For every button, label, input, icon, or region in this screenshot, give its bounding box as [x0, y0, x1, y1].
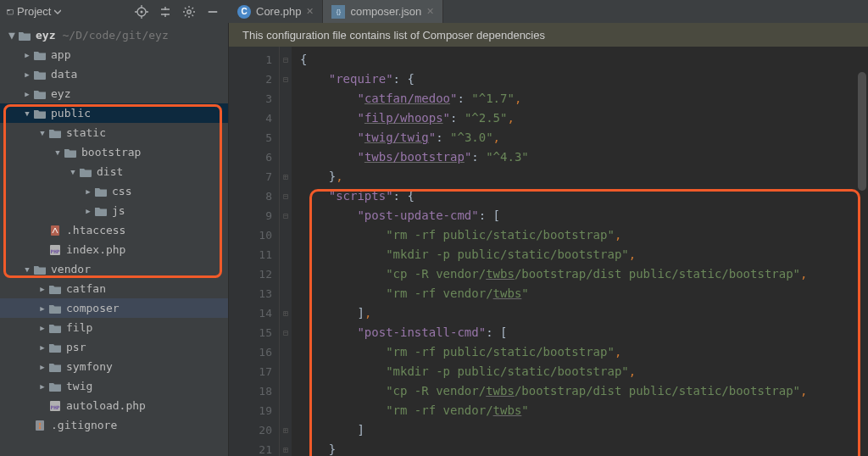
fold-marker[interactable]: ⊟ — [280, 70, 292, 89]
chevron-right-icon[interactable]: ▶ — [22, 51, 32, 59]
tree-item--gitignore[interactable]: .gitignore — [0, 415, 228, 435]
project-sidebar[interactable]: ▼eyz~/D/code/git/eyz▶app▶data▶eyz▼public… — [0, 23, 229, 456]
tree-item-composer[interactable]: ▶composer — [0, 298, 228, 318]
tree-item-twig[interactable]: ▶twig — [0, 376, 228, 396]
line-number[interactable]: 6 — [229, 147, 272, 167]
chevron-right-icon[interactable]: ▶ — [37, 363, 47, 371]
notification-banner[interactable]: This configuration file contains list of… — [229, 23, 868, 47]
chevron-right-icon[interactable]: ▶ — [37, 304, 47, 313]
locate-icon[interactable] — [134, 4, 149, 19]
chevron-right-icon[interactable]: ▶ — [37, 382, 47, 391]
line-number[interactable]: 2 — [229, 70, 272, 89]
tree-item-app[interactable]: ▶app — [0, 45, 228, 64]
chevron-right-icon[interactable]: ▶ — [83, 187, 93, 196]
tree-item-autoload-php[interactable]: PHPautoload.php — [0, 396, 228, 415]
code-line[interactable]: "cp -R vendor/twbs/bootstrap/dist public… — [300, 381, 868, 401]
code-line[interactable]: "rm -rf public/static/bootstrap", — [300, 342, 868, 362]
tree-item-symfony[interactable]: ▶symfony — [0, 357, 228, 376]
gear-icon[interactable] — [181, 4, 197, 19]
line-number[interactable]: 18 — [229, 381, 272, 401]
fold-marker[interactable]: ⊞ — [280, 303, 292, 323]
line-number[interactable]: 13 — [229, 284, 272, 303]
code-line[interactable]: "twbs/bootstrap": "^4.3" — [300, 147, 868, 167]
tree-item-catfan[interactable]: ▶catfan — [0, 279, 228, 298]
line-number[interactable]: 4 — [229, 108, 272, 128]
tree-root[interactable]: ▼eyz~/D/code/git/eyz — [0, 25, 228, 45]
chevron-right-icon[interactable]: ▶ — [83, 207, 93, 215]
tree-item-psr[interactable]: ▶psr — [0, 337, 228, 357]
chevron-down-icon[interactable]: ▼ — [22, 265, 32, 274]
vertical-scrollbar[interactable] — [858, 72, 866, 453]
chevron-down-icon[interactable]: ▼ — [53, 148, 63, 157]
tree-item-vendor[interactable]: ▼vendor — [0, 259, 228, 279]
fold-marker[interactable]: ⊟ — [280, 50, 292, 70]
code-line[interactable]: "post-update-cmd": [ — [300, 206, 868, 225]
code-line[interactable]: { — [300, 50, 868, 70]
code-line[interactable]: } — [300, 440, 868, 456]
code-line[interactable]: "filp/whoops": "^2.5", — [300, 108, 868, 128]
line-number[interactable]: 14 — [229, 303, 272, 323]
chevron-right-icon[interactable]: ▶ — [37, 285, 47, 293]
chevron-right-icon[interactable]: ▶ — [22, 90, 32, 98]
line-number[interactable]: 7 — [229, 167, 272, 186]
fold-marker[interactable]: ⊟ — [280, 206, 292, 225]
close-icon[interactable]: ✕ — [306, 6, 314, 17]
collapse-icon[interactable] — [158, 4, 173, 19]
fold-marker[interactable]: ⊞ — [280, 420, 292, 440]
line-number[interactable]: 3 — [229, 89, 272, 108]
tree-item-eyz[interactable]: ▶eyz — [0, 84, 228, 103]
tree-item-dist[interactable]: ▼dist — [0, 162, 228, 181]
fold-marker[interactable]: ⊟ — [280, 323, 292, 342]
code-line[interactable]: }, — [300, 167, 868, 186]
line-number[interactable]: 10 — [229, 225, 272, 245]
tree-item-static[interactable]: ▼static — [0, 123, 228, 142]
code-line[interactable]: "require": { — [300, 70, 868, 89]
chevron-right-icon[interactable]: ▶ — [22, 70, 32, 79]
line-number[interactable]: 11 — [229, 245, 272, 264]
chevron-down-icon[interactable]: ▼ — [37, 129, 47, 137]
line-number[interactable]: 5 — [229, 128, 272, 147]
line-gutter[interactable]: 123456789101112131415161718192021 — [229, 47, 280, 456]
code-line[interactable]: "mkdir -p public/static/bootstrap", — [300, 362, 868, 381]
line-number[interactable]: 15 — [229, 323, 272, 342]
code-line[interactable]: "scripts": { — [300, 186, 868, 206]
code-area[interactable]: { "require": { "catfan/medoo": "^1.7", "… — [292, 47, 868, 456]
fold-gutter[interactable]: ⊟⊟⊞⊟⊟⊞⊟⊞⊞ — [280, 47, 292, 456]
line-number[interactable]: 20 — [229, 420, 272, 440]
tree-item-index-php[interactable]: PHPindex.php — [0, 240, 228, 259]
line-number[interactable]: 8 — [229, 186, 272, 206]
line-number[interactable]: 16 — [229, 342, 272, 362]
editor-tab-1[interactable]: {}composer.json✕ — [323, 0, 443, 23]
chevron-down-icon[interactable]: ▼ — [7, 29, 17, 42]
hide-icon[interactable] — [205, 4, 220, 19]
code-line[interactable]: "cp -R vendor/twbs/bootstrap/dist public… — [300, 264, 868, 284]
code-line[interactable]: "mkdir -p public/static/bootstrap", — [300, 245, 868, 264]
line-number[interactable]: 1 — [229, 50, 272, 70]
line-number[interactable]: 19 — [229, 401, 272, 420]
close-icon[interactable]: ✕ — [426, 6, 434, 17]
fold-marker[interactable]: ⊟ — [280, 186, 292, 206]
line-number[interactable]: 9 — [229, 206, 272, 225]
tree-item-js[interactable]: ▶js — [0, 201, 228, 220]
line-number[interactable]: 12 — [229, 264, 272, 284]
chevron-down-icon[interactable]: ▼ — [68, 168, 78, 176]
tree-item-bootstrap[interactable]: ▼bootstrap — [0, 142, 228, 162]
tree-item-public[interactable]: ▼public — [0, 103, 228, 123]
code-line[interactable]: "twig/twig": "^3.0", — [300, 128, 868, 147]
code-line[interactable]: "rm -rf vendor/twbs" — [300, 284, 868, 303]
code-line[interactable]: ], — [300, 303, 868, 323]
editor-tab-0[interactable]: CCore.php✕ — [229, 0, 323, 23]
line-number[interactable]: 21 — [229, 440, 272, 456]
tree-item-css[interactable]: ▶css — [0, 181, 228, 201]
code-line[interactable]: "catfan/medoo": "^1.7", — [300, 89, 868, 108]
code-line[interactable]: "post-install-cmd": [ — [300, 323, 868, 342]
code-line[interactable]: ] — [300, 420, 868, 440]
chevron-down-icon[interactable]: ▼ — [22, 109, 32, 118]
chevron-right-icon[interactable]: ▶ — [37, 343, 47, 352]
chevron-right-icon[interactable]: ▶ — [37, 324, 47, 332]
tree-item-filp[interactable]: ▶filp — [0, 318, 228, 337]
tree-item-data[interactable]: ▶data — [0, 64, 228, 84]
project-dropdown[interactable]: Project — [7, 5, 61, 18]
line-number[interactable]: 17 — [229, 362, 272, 381]
code-line[interactable]: "rm -rf public/static/bootstrap", — [300, 225, 868, 245]
